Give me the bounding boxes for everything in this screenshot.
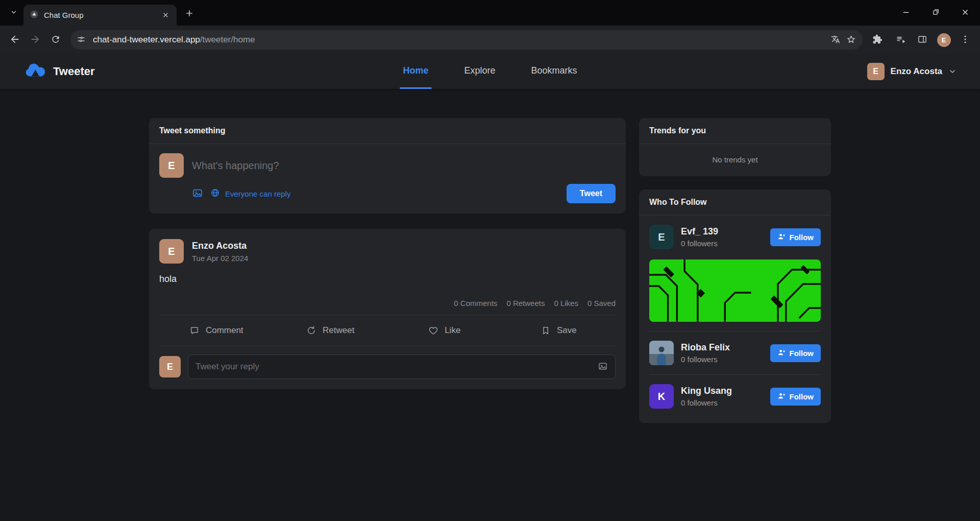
minimize-button[interactable]	[891, 0, 921, 26]
composer-input[interactable]	[192, 154, 616, 178]
retweet-button[interactable]: Retweet	[274, 315, 388, 346]
reply-avatar: E	[159, 356, 181, 377]
url-domain: chat-and-tweeter.vercel.app	[93, 35, 200, 44]
trends-empty-message: No trends yet	[639, 144, 831, 176]
translate-icon	[831, 35, 840, 45]
globe-icon	[210, 188, 220, 199]
extensions-button[interactable]	[868, 30, 887, 50]
close-icon	[961, 8, 970, 18]
reply-box	[188, 354, 616, 379]
trends-title: Trends for you	[639, 118, 831, 144]
bookmark-page-button[interactable]	[843, 32, 859, 48]
window-controls	[891, 0, 980, 26]
suggestion-name: Evf_ 139	[681, 226, 718, 237]
star-icon	[846, 34, 856, 45]
reload-icon	[51, 34, 61, 46]
reply-attach-image-button[interactable]	[598, 361, 608, 373]
trends-card: Trends for you No trends yet	[639, 118, 831, 176]
minimize-icon	[901, 8, 911, 18]
save-label: Save	[557, 325, 577, 336]
like-button[interactable]: Like	[387, 315, 502, 346]
composer-avatar: E	[159, 153, 184, 178]
suggestion-name: King Usang	[681, 386, 732, 396]
media-controls-icon	[896, 34, 906, 46]
follow-label: Follow	[790, 349, 814, 358]
forward-button[interactable]	[26, 30, 45, 50]
composer-actions: Everyone can reply Tweet	[159, 184, 616, 203]
browser-tab[interactable]: Chat Group	[23, 5, 177, 26]
retweets-count: 0 Retweets	[506, 299, 545, 307]
right-sidebar: Trends for you No trends yet Who To Foll…	[639, 118, 831, 521]
suggestion-followers: 0 followers	[681, 398, 732, 407]
tweet-card: E Enzo Acosta Tue Apr 02 2024 hola 0 Com…	[149, 229, 626, 389]
browser-toolbar: chat-and-tweeter.vercel.app/tweeter/home	[0, 26, 980, 54]
back-arrow-icon	[9, 34, 20, 46]
tweet-author-avatar: E	[159, 239, 184, 264]
browser-profile-button[interactable]: E	[934, 30, 953, 50]
tab-strip: Chat Group	[0, 0, 980, 26]
close-window-button[interactable]	[950, 0, 980, 26]
translate-button[interactable]	[828, 32, 843, 48]
user-menu[interactable]: E Enzo Acosta	[867, 63, 957, 80]
retweet-label: Retweet	[323, 325, 354, 336]
who-to-follow-title: Who To Follow	[639, 190, 831, 216]
person-add-icon	[777, 392, 786, 401]
url-text: chat-and-tweeter.vercel.app/tweeter/home	[93, 35, 828, 45]
nav-item-explore[interactable]: Explore	[461, 54, 498, 89]
save-button[interactable]: Save	[502, 315, 616, 346]
site-info-button[interactable]	[74, 32, 89, 48]
follow-button[interactable]: Follow	[770, 344, 821, 362]
reply-row: E	[159, 346, 616, 389]
suggestion-followers: 0 followers	[681, 355, 730, 364]
suggestion-banner-image	[649, 259, 821, 322]
follow-label: Follow	[790, 392, 814, 401]
follow-suggestion: Rioba Felix 0 followers Follow	[649, 331, 821, 375]
user-name: Enzo Acosta	[891, 66, 942, 77]
puzzle-icon	[872, 34, 883, 46]
image-icon	[192, 187, 203, 200]
main-nav: Home Explore Bookmarks	[400, 54, 580, 89]
chevron-down-icon	[10, 9, 17, 18]
address-bar[interactable]: chat-and-tweeter.vercel.app/tweeter/home	[70, 30, 863, 50]
tweet-author-name: Enzo Acosta	[192, 241, 248, 251]
back-button[interactable]	[5, 30, 24, 50]
tweet-text: hola	[159, 274, 616, 285]
follow-button[interactable]: Follow	[770, 388, 821, 406]
tweet-date: Tue Apr 02 2024	[192, 254, 248, 263]
comments-count: 0 Comments	[454, 299, 497, 307]
who-to-follow-card: Who To Follow E Evf_ 139 0 followers	[639, 190, 831, 423]
reply-scope-button[interactable]: Everyone can reply	[210, 188, 290, 199]
reload-button[interactable]	[46, 30, 65, 50]
like-label: Like	[445, 325, 460, 336]
suggestion-followers: 0 followers	[681, 239, 718, 248]
reply-input[interactable]	[195, 362, 598, 372]
nav-item-home[interactable]: Home	[400, 54, 431, 89]
reply-scope-label: Everyone can reply	[225, 190, 290, 198]
tab-favicon	[30, 10, 39, 21]
saved-count: 0 Saved	[587, 299, 616, 307]
tab-title: Chat Group	[44, 11, 154, 19]
nav-item-bookmarks[interactable]: Bookmarks	[528, 54, 580, 89]
browser-menu-button[interactable]	[955, 30, 975, 50]
composer-body: E	[149, 144, 626, 214]
profile-avatar: E	[937, 33, 951, 47]
suggestion-avatar: E	[649, 225, 674, 249]
new-tab-button[interactable]	[181, 6, 198, 23]
brand-name: Tweeter	[53, 65, 95, 78]
tab-close-icon[interactable]	[159, 9, 172, 21]
app-header: Tweeter Home Explore Bookmarks E Enzo Ac…	[0, 54, 980, 89]
person-add-icon	[777, 348, 786, 358]
brand-logo-link[interactable]: Tweeter	[23, 62, 95, 81]
tab-search-button[interactable]	[6, 6, 21, 21]
suggestion-name: Rioba Felix	[681, 342, 730, 353]
follow-button[interactable]: Follow	[770, 228, 821, 246]
side-panel-button[interactable]	[913, 30, 932, 50]
attach-image-button[interactable]	[192, 187, 203, 200]
follow-label: Follow	[790, 233, 814, 242]
tweeter-app: Tweeter Home Explore Bookmarks E Enzo Ac…	[0, 54, 980, 521]
tweet-button[interactable]: Tweet	[567, 184, 616, 203]
media-controls-button[interactable]	[891, 30, 911, 50]
tweet-main: E Enzo Acosta Tue Apr 02 2024 hola 0 Com…	[159, 229, 616, 315]
comment-button[interactable]: Comment	[159, 315, 274, 346]
maximize-button[interactable]	[921, 0, 950, 26]
